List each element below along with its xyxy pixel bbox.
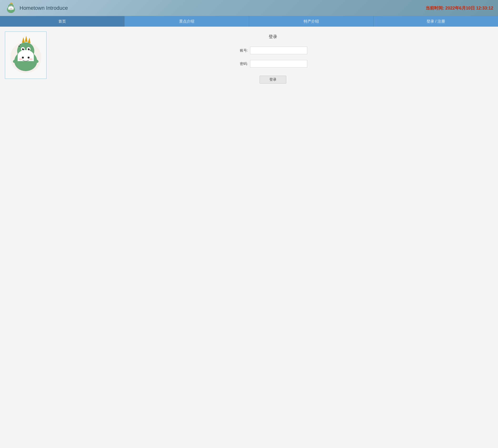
account-input[interactable] <box>250 47 307 54</box>
login-title: 登录 <box>269 34 277 39</box>
header-left: Hometown Introduce <box>5 2 68 14</box>
password-label: 密码: <box>239 62 248 66</box>
logo-icon <box>5 2 17 14</box>
svg-point-31 <box>19 58 22 60</box>
svg-marker-21 <box>28 38 31 43</box>
svg-point-12 <box>9 9 10 10</box>
app-title: Hometown Introduce <box>19 5 68 11</box>
nav-login-register[interactable]: 登录 / 注册 <box>374 16 498 27</box>
password-form-group: 密码: <box>239 60 307 67</box>
svg-point-30 <box>28 57 30 59</box>
svg-marker-3 <box>11 2 12 4</box>
svg-point-15 <box>9 4 10 5</box>
account-form-group: 账号: <box>239 47 307 54</box>
svg-marker-20 <box>25 36 28 42</box>
nav-attractions[interactable]: 景点介绍 <box>124 16 249 27</box>
password-input[interactable] <box>250 60 307 67</box>
svg-point-13 <box>12 9 13 10</box>
login-panel: 登录 账号: 密码: 登录 <box>52 32 493 443</box>
svg-point-14 <box>9 5 9 5</box>
navigation: 首页 景点介绍 特产介绍 登录 / 注册 <box>0 16 498 27</box>
current-time: 当前时间: 2022年6月10日 12:33:12 <box>426 5 493 11</box>
svg-point-34 <box>20 44 21 45</box>
svg-marker-2 <box>10 2 11 4</box>
svg-point-29 <box>22 57 24 59</box>
svg-point-33 <box>18 46 20 47</box>
header: Hometown Introduce 当前时间: 2022年6月10日 12:3… <box>0 0 498 16</box>
nav-specialties[interactable]: 特产介绍 <box>249 16 374 27</box>
svg-point-32 <box>29 58 33 60</box>
nav-home[interactable]: 首页 <box>0 16 124 27</box>
svg-point-26 <box>23 48 24 49</box>
mascot-illustration <box>7 34 45 77</box>
mascot-image-container <box>5 32 47 79</box>
main-content: 登录 账号: 密码: 登录 <box>0 27 498 448</box>
login-button[interactable]: 登录 <box>260 76 286 83</box>
account-label: 账号: <box>239 48 248 53</box>
left-panel <box>5 32 48 443</box>
svg-point-8 <box>12 6 12 6</box>
svg-point-27 <box>29 48 30 49</box>
svg-marker-19 <box>22 37 25 43</box>
svg-marker-4 <box>12 3 13 4</box>
